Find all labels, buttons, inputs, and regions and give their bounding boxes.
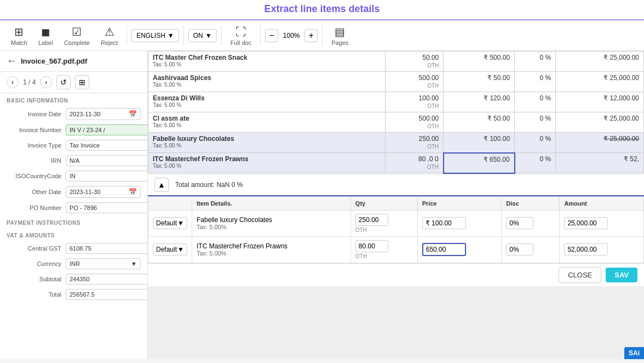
payment-instructions-label: PAYMENT INSTRUCTIONS [0,215,147,228]
iso-country-code-row: ISOCountryCode [0,168,147,184]
grid-button[interactable]: ⊞ [75,75,89,89]
po-number-input[interactable] [66,202,148,213]
amount-edit-cell[interactable] [560,236,644,263]
item-details-edit-cell: Fabelle luxury Chocolates Tax: 5.00% [192,210,351,236]
invoice-table-container: ITC Master Chef Frozen Snack Tax: 5.00 %… [148,51,644,174]
vat-amounts-label: VAT & AMOUNTS [0,228,147,241]
refresh-button[interactable]: ↺ [56,75,71,89]
amount-edit-input[interactable] [564,243,608,256]
iso-country-code-input[interactable] [66,171,148,182]
sep5 [322,26,323,46]
po-number-row: PO Number [0,200,147,215]
other-date-input[interactable]: 2023-11-30 📅 [66,186,141,198]
top-bar: Extract line items details [0,0,644,21]
full-doc-button[interactable]: ⛶ Full doc [226,25,256,47]
total-input[interactable] [66,289,148,300]
back-button[interactable]: ← [7,55,16,67]
item-details-cell: Fabelle luxury Chocolates Tax: 5.00 % [148,133,386,153]
price-cell: ₹ 100.00 [444,133,515,153]
word-grouping-dropdown[interactable]: ON ▼ [188,29,217,42]
qty-edit-cell[interactable]: OTH [350,236,417,263]
price-edit-input[interactable] [422,243,466,256]
disc-edit-cell[interactable] [502,210,560,236]
sai-badge: SAi [624,347,644,359]
zoom-in-button[interactable]: + [304,29,318,42]
amount-edit-cell[interactable] [560,210,644,236]
total-amount-text: Total amount: NaN 0 % [175,181,243,189]
item-details-cell: Aashirvaad Spices Tax: 5.00 % [148,72,386,92]
po-number-label: PO Number [7,205,61,211]
default-select-cell[interactable]: Default ▼ [148,236,192,263]
prev-page-button[interactable]: ‹ [7,76,19,88]
match-button[interactable]: ⊞ Match [7,24,32,47]
zoom-control: − 100% + [265,29,318,42]
other-date-row: Other Date 2023-11-30 📅 [0,184,147,200]
page-title: Extract line items details [0,3,644,20]
invoice-table: ITC Master Chef Frozen Snack Tax: 5.00 %… [148,51,644,174]
default-select-cell[interactable]: Default ▼ [148,210,192,236]
label-button[interactable]: ◼ Label [34,24,58,47]
invoice-date-label: Invoice Date [7,111,61,117]
close-button[interactable]: CLOSE [559,267,601,283]
zoom-value: 100% [280,32,302,39]
chevron-down-icon: ▼ [168,32,174,39]
qty-cell: 500.00OTH [385,112,444,133]
col-item-details: Item Details. [192,196,351,210]
amount-cell: ₹ 25,000.00 [556,52,644,72]
price-edit-cell[interactable] [417,236,502,263]
disc-edit-input[interactable] [506,243,533,256]
default-select[interactable]: Default ▼ [153,243,187,256]
currency-select[interactable]: INR ▼ [66,258,141,269]
subtotal-label: Subtotal [7,276,61,282]
bottom-edit-table: Item Details. Qty Price Disc Amount Defa… [148,196,644,263]
disc-edit-cell[interactable] [502,236,560,263]
irn-row: IRN [0,153,147,168]
disc-cell: 0 % [515,133,556,153]
toolbar: ⊞ Match ◼ Label ☑ Complete ⚠ Reject ENGL… [0,21,644,51]
right-panel: ITC Master Chef Frozen Snack Tax: 5.00 %… [148,51,644,359]
col-price: Price [417,196,502,210]
next-page-button[interactable]: › [40,76,52,88]
bottom-edit-panel: Item Details. Qty Price Disc Amount Defa… [148,195,644,263]
invoice-number-input[interactable] [66,124,148,135]
disc-cell: 0 % [515,153,556,173]
calendar-icon2: 📅 [129,188,137,196]
qty-edit-input[interactable] [355,240,388,252]
action-bar: CLOSE SAV [148,263,644,286]
language-dropdown[interactable]: ENGLISH ▼ [131,29,179,42]
price-cell: ₹ 120.00 [444,92,515,112]
zoom-out-button[interactable]: − [265,29,278,42]
invoice-date-input[interactable]: 2023-11-30 📅 [66,108,141,120]
collapse-button[interactable]: ▲ [154,178,169,192]
pages-button[interactable]: ▤ Pages [327,24,353,47]
amount-edit-input[interactable] [564,217,608,229]
central-gst-label: Central GST [7,245,61,252]
price-edit-cell[interactable] [417,210,502,236]
sep1 [127,26,127,46]
total-bar: ▲ Total amount: NaN 0 % [148,174,644,195]
qty-edit-input[interactable] [355,214,388,226]
invoice-date-row: Invoice Date 2023-11-30 📅 [0,106,147,122]
reject-button[interactable]: ⚠ Reject [96,24,122,47]
save-button[interactable]: SAV [606,268,637,282]
disc-edit-input[interactable] [506,217,533,229]
pages-icon: ▤ [335,25,345,38]
default-select[interactable]: Default ▼ [153,217,187,229]
disc-cell: 0 % [515,52,556,72]
col-qty: Qty [350,196,417,210]
price-edit-input[interactable] [422,217,466,229]
invoice-type-input[interactable] [66,140,148,151]
price-cell: ₹ 50.00 [444,112,515,133]
complete-button[interactable]: ☑ Complete [60,24,94,47]
central-gst-input[interactable] [66,243,148,254]
chevron-down-icon2: ▼ [205,32,212,39]
qty-edit-cell[interactable]: OTH [350,210,417,236]
irn-input[interactable] [66,155,148,166]
irn-label: IRN [7,157,61,164]
item-details-cell: ITC Master Chef Frozen Snack Tax: 5.00 % [148,52,386,72]
full-doc-icon: ⛶ [235,26,246,38]
subtotal-input[interactable] [66,274,148,285]
disc-cell: 0 % [515,92,556,112]
subtotal-row: Subtotal [0,271,147,287]
qty-cell: 80 .0 0OTH [385,153,444,173]
